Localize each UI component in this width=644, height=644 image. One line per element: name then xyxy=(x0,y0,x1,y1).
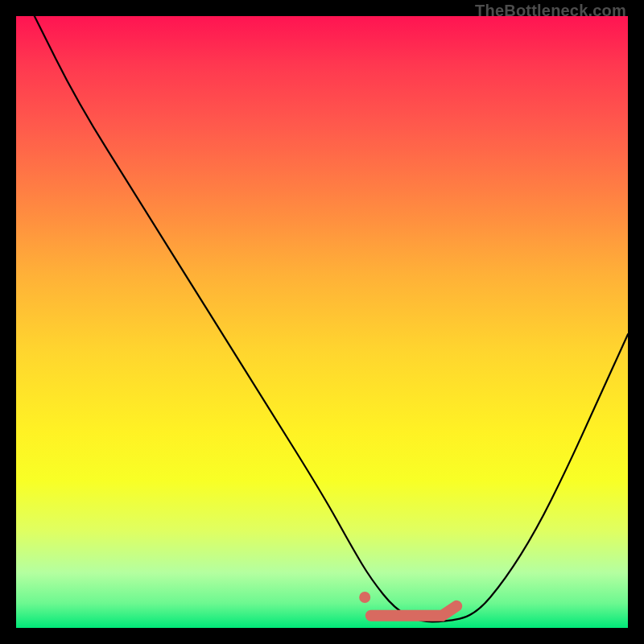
bottleneck-curve xyxy=(35,16,628,621)
optimal-range-marker xyxy=(371,606,456,616)
curve-svg xyxy=(16,16,628,628)
optimal-point-dot xyxy=(359,592,370,603)
plot-area xyxy=(16,16,628,628)
chart-frame: TheBottleneck.com xyxy=(0,0,644,644)
